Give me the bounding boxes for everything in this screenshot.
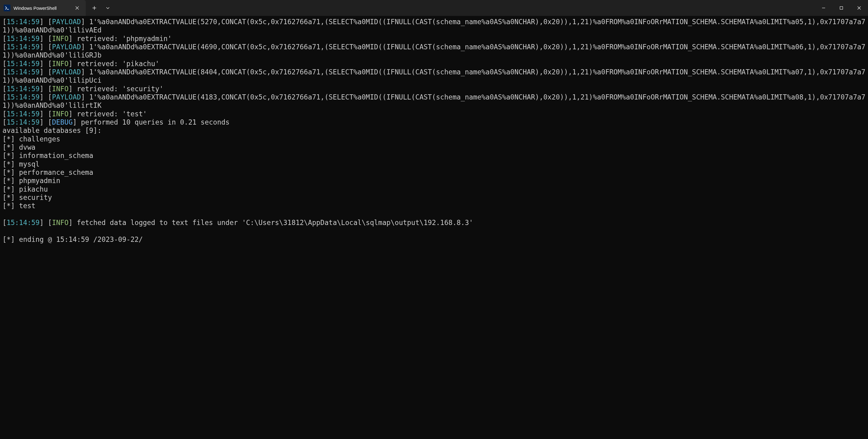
window-controls [815,0,868,16]
retrieved-text: retrieved: 'security' [77,85,163,93]
retrieved-text: retrieved: 'pikachu' [77,60,160,68]
tab-dropdown-button[interactable] [102,2,114,14]
terminal-output[interactable]: [15:14:59] [PAYLOAD] 1'%a0anANDd%a0EXTRA… [0,16,868,439]
db-item: [*] information_schema [2,152,866,160]
log-level-info: INFO [52,35,69,42]
timestamp: 15:14:59 [6,68,39,76]
tab-title: Windows PowerShell [13,5,70,11]
payload-text: 1'%a0anANDd%a0EXTRACTVALUE(4183,CONCAT(0… [2,93,865,109]
ending-text: [*] ending @ 15:14:59 /2023-09-22/ [2,236,143,243]
timestamp: 15:14:59 [6,219,39,226]
payload-text: 1'%a0anANDd%a0EXTRACTVALUE(5270,CONCAT(0… [2,18,865,34]
db-item: [*] dvwa [2,143,866,152]
db-item: [*] challenges [2,135,866,143]
minimize-button[interactable] [815,0,833,16]
log-level-debug: DEBUG [52,118,72,126]
titlebar: Windows PowerShell [0,0,868,16]
log-level-payload: PAYLOAD [52,18,81,26]
powershell-icon [4,5,10,11]
timestamp: 15:14:59 [6,118,39,126]
log-level-info: INFO [52,85,69,93]
tab-powershell[interactable]: Windows PowerShell [0,0,86,16]
terminal-window: Windows PowerShell [15:14: [0,0,868,439]
new-tab-button[interactable] [88,2,100,14]
svg-rect-6 [840,7,843,9]
db-item: [*] test [2,202,866,210]
db-item: [*] pikachu [2,185,866,193]
debug-text: performed 10 queries in 0.21 seconds [81,118,229,126]
db-item: [*] mysql [2,160,866,168]
db-header: available databases [9]: [2,126,102,134]
retrieved-text: retrieved: 'phpmyadmin' [77,35,172,42]
payload-text: 1'%a0anANDd%a0EXTRACTVALUE(4690,CONCAT(0… [2,43,865,59]
db-item: [*] phpmyadmin [2,177,866,185]
log-level-info: INFO [52,60,69,68]
titlebar-drag-area[interactable] [115,0,815,16]
timestamp: 15:14:59 [6,85,39,93]
retrieved-text: retrieved: 'test' [77,110,147,118]
timestamp: 15:14:59 [6,110,39,118]
log-level-payload: PAYLOAD [52,43,81,51]
timestamp: 15:14:59 [6,93,39,101]
db-item: [*] security [2,193,866,202]
tabstrip-actions [86,0,115,16]
log-level-payload: PAYLOAD [52,68,81,76]
timestamp: 15:14:59 [6,35,39,42]
log-level-info: INFO [52,219,69,226]
timestamp: 15:14:59 [6,18,39,26]
tab-close-button[interactable] [73,4,82,12]
db-item: [*] performance_schema [2,168,866,177]
timestamp: 15:14:59 [6,43,39,51]
payload-text: 1'%a0anANDd%a0EXTRACTVALUE(8404,CONCAT(0… [2,68,865,84]
fetched-text: fetched data logged to text files under … [77,219,473,226]
timestamp: 15:14:59 [6,60,39,68]
log-level-info: INFO [52,110,69,118]
close-button[interactable] [850,0,868,16]
maximize-button[interactable] [833,0,850,16]
log-level-payload: PAYLOAD [52,93,81,101]
